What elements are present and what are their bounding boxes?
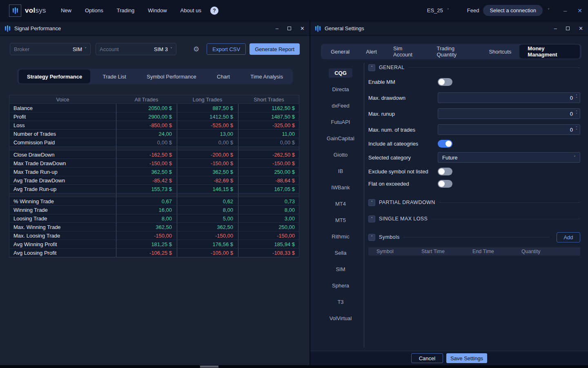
table-row: Number of Trades24,0013,0011,00 — [9, 130, 299, 138]
sidebar-item-giotto[interactable]: Giotto — [317, 146, 364, 163]
generate-report-button[interactable]: Generate Report — [249, 43, 300, 55]
sidebar-item-mt5[interactable]: MT5 — [317, 212, 364, 228]
signal-performance-window: Signal Performance – ✕ Broker SIM ˅ Acco… — [0, 21, 310, 365]
row-value: 8,00 — [177, 206, 238, 214]
sidebar-item-label: GainCapital — [321, 134, 360, 143]
export-csv-button[interactable]: Export CSV — [207, 43, 246, 55]
max-drawdown-input[interactable]: 0 ˄˅ — [438, 92, 580, 103]
row-value: 0,00 $ — [238, 138, 300, 146]
sidebar-item-rithmic[interactable]: Rithmic — [317, 228, 364, 245]
chevron-down-icon[interactable]: ˅ — [368, 199, 375, 206]
sidebar-item-sphera[interactable]: Sphera — [317, 277, 364, 294]
exclude-symbol-toggle[interactable] — [438, 168, 452, 175]
max-drawdown-label: Max. drawdown — [368, 95, 438, 101]
brand-bold: vol — [25, 7, 35, 14]
spinner-icon[interactable]: ˄˅ — [576, 111, 577, 116]
chevron-up-icon[interactable]: ˄ — [368, 234, 375, 241]
sidebar-item-iwbank[interactable]: IWBank — [317, 179, 364, 195]
row-value: 887,50 $ — [177, 104, 238, 112]
tab-strategy-performance[interactable]: Strategy Performance — [19, 70, 90, 83]
minimize-button[interactable]: – — [276, 26, 278, 31]
sidebar-item-label: FutuAPI — [325, 117, 356, 127]
menu-item-new[interactable]: New — [61, 7, 71, 13]
tab-chart[interactable]: Chart — [209, 70, 238, 83]
tab-time-analysis[interactable]: Time Analysis — [242, 70, 291, 83]
sidebar-item-label: Directa — [326, 85, 354, 94]
sidebar-item-sella[interactable]: Sella — [317, 245, 364, 261]
exclude-symbol-label: Exclude symbol not listed — [368, 168, 438, 175]
connection-select[interactable]: Select a connection — [483, 5, 542, 16]
sidebar-item-mt4[interactable]: MT4 — [317, 195, 364, 212]
add-symbol-button[interactable]: Add — [557, 232, 580, 242]
row-value: 155,73 $ — [116, 185, 177, 193]
sidebar-item-directa[interactable]: Directa — [317, 81, 364, 97]
maximize-button[interactable] — [287, 27, 291, 30]
max-num-trades-input[interactable]: 0 ˄˅ — [438, 124, 580, 135]
row-value: 8,00 — [238, 206, 300, 214]
menu-item-about-us[interactable]: About us — [180, 7, 201, 13]
enable-mm-toggle[interactable] — [438, 78, 452, 86]
tab-sim-account[interactable]: Sim Account — [385, 45, 428, 58]
cancel-button[interactable]: Cancel — [411, 353, 443, 363]
spinner-icon[interactable]: ˄˅ — [576, 95, 577, 100]
row-value: -150,00 $ — [177, 159, 238, 167]
chevron-down-icon[interactable]: ˅ — [368, 215, 375, 222]
menu-item-window[interactable]: Window — [148, 7, 167, 13]
menu-item-trading[interactable]: Trading — [117, 7, 135, 13]
include-all-categories-toggle[interactable] — [438, 140, 452, 148]
section-partial-drawdown[interactable]: ˅ PARTIAL DRAWDOWN — [368, 199, 580, 206]
flat-on-exceeded-toggle[interactable] — [438, 180, 452, 188]
tab-general[interactable]: General — [323, 45, 358, 58]
row-value: 362,50 — [116, 223, 177, 231]
help-icon[interactable]: ? — [210, 7, 218, 15]
tab-money-managment[interactable]: Money Managment — [519, 45, 580, 58]
app-minimize-button[interactable]: – — [564, 7, 567, 14]
row-value: -150,00 $ — [116, 159, 177, 167]
chevron-up-icon[interactable]: ˄ — [368, 64, 375, 71]
sidebar-item-label: MT4 — [330, 199, 352, 209]
max-runup-input[interactable]: 0 ˄˅ — [438, 108, 580, 119]
table-row: Avg Trade Run-up155,73 $146,15 $167,05 $ — [9, 185, 299, 193]
minimize-button[interactable]: – — [554, 26, 557, 31]
save-settings-button[interactable]: Save Settings — [446, 353, 487, 363]
column-header: All Trades — [116, 95, 177, 103]
broker-select[interactable]: Broker SIM ˅ — [10, 43, 91, 55]
tab-trading-quantity[interactable]: Trading Quantity — [428, 45, 481, 58]
section-single-max-loss[interactable]: ˅ SINGLE MAX LOSS — [368, 215, 580, 222]
spinner-icon[interactable]: ˄˅ — [576, 127, 577, 132]
settings-title-bar: General Settings – ✕ — [310, 21, 588, 36]
sidebar-item-futuapi[interactable]: FutuAPI — [317, 114, 364, 130]
sidebar-item-cqg[interactable]: CQG — [317, 65, 364, 81]
close-button[interactable]: ✕ — [300, 26, 305, 31]
sidebar-item-t3[interactable]: T3 — [317, 294, 364, 310]
row-label: Max. Winning Trade — [9, 223, 116, 231]
tab-alert[interactable]: Alert — [358, 45, 385, 58]
menu-item-options[interactable]: Options — [85, 7, 103, 13]
symbols-table-header: SymbolStart TimeEnd TimeQuantity — [368, 247, 580, 256]
sidebar-item-gaincapital[interactable]: GainCapital — [317, 130, 364, 146]
selected-category-select[interactable]: Future ˅ — [438, 152, 580, 163]
tab-shortcuts[interactable]: Shortcuts — [481, 45, 519, 58]
gear-icon[interactable]: ⚙ — [193, 45, 199, 54]
maximize-button[interactable] — [566, 27, 570, 30]
row-value: 2900,00 $ — [116, 112, 177, 121]
account-select[interactable]: Account SIM 3 ˅ — [96, 43, 176, 55]
chevron-down-icon[interactable]: ˅ — [548, 8, 550, 13]
tab-trade-list[interactable]: Trade List — [95, 70, 134, 83]
row-value: 362,50 $ — [177, 168, 238, 176]
sidebar-item-sim[interactable]: SIM — [317, 261, 364, 277]
row-label: Avg Loosing Profit — [9, 249, 116, 257]
app-close-button[interactable]: ✕ — [577, 7, 582, 14]
row-label: Balance — [9, 104, 116, 112]
section-general[interactable]: ˄ GENERAL — [368, 64, 580, 71]
sidebar-item-ib[interactable]: IB — [317, 163, 364, 179]
table-row: Winning Trade16,008,008,00 — [9, 206, 299, 214]
tab-symbol-performance[interactable]: Symbol Performance — [138, 70, 204, 83]
table-row: Commission Paid0,00 $0,00 $0,00 $ — [9, 138, 299, 147]
sidebar-item-dxfeed[interactable]: dxFeed — [317, 97, 364, 114]
symbol-selector[interactable]: ES_25 ˅ — [427, 7, 449, 13]
close-button[interactable]: ✕ — [579, 26, 583, 31]
sidebar-item-volvirtual[interactable]: VolVirtual — [317, 310, 364, 326]
row-value: 2050,00 $ — [116, 104, 177, 112]
section-symbols[interactable]: ˄ Symbols Add — [368, 232, 580, 242]
